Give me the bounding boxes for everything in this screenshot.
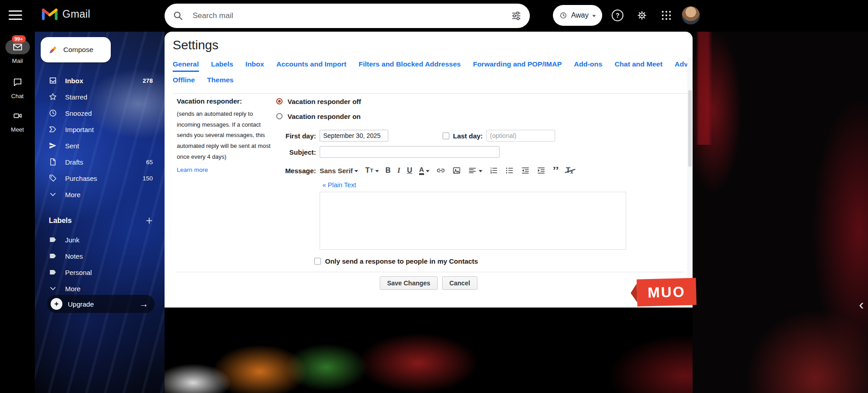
apps-grid-icon xyxy=(662,11,671,20)
label-item-text: Junk xyxy=(65,236,80,244)
status-selector[interactable]: Away xyxy=(553,5,602,26)
desktop-wallpaper-right xyxy=(693,32,868,393)
sidebar-item-important[interactable]: Important xyxy=(35,121,165,137)
font-size-button[interactable]: TT xyxy=(365,166,379,175)
tab-accounts-and-import[interactable]: Accounts and Import xyxy=(276,60,346,72)
page-title: Settings xyxy=(173,38,693,52)
align-button[interactable] xyxy=(468,166,482,175)
sidebar-item-purchases[interactable]: Purchases 150 xyxy=(35,170,165,186)
tab-filters-and-blocked-addresses[interactable]: Filters and Blocked Addresses xyxy=(359,60,461,72)
learn-more-link[interactable]: Learn more xyxy=(177,166,208,173)
tab-chat-and-meet[interactable]: Chat and Meet xyxy=(614,60,662,72)
font-family-select[interactable]: Sans Serif xyxy=(320,167,359,175)
subject-label: Subject: xyxy=(276,148,316,156)
panel-scrollbar[interactable] xyxy=(687,57,693,308)
app-rail: 99+ Mail Chat Meet xyxy=(0,32,35,393)
contacts-only-option[interactable]: Only send a response to people in my Con… xyxy=(314,257,687,265)
italic-button[interactable]: I xyxy=(397,166,400,175)
sidebar-item-snoozed[interactable]: Snoozed xyxy=(35,105,165,121)
upgrade-button[interactable]: Upgrade → xyxy=(47,295,155,313)
label-item-personal[interactable]: Personal xyxy=(35,264,165,280)
tab-add-ons[interactable]: Add-ons xyxy=(574,60,603,72)
indent-more-button[interactable] xyxy=(537,166,546,175)
help-icon: ? xyxy=(612,9,623,21)
plain-text-link[interactable]: « Plain Text xyxy=(322,181,687,189)
mail-unread-badge: 99+ xyxy=(12,35,26,43)
settings-panel: Settings General Labels Inbox Accounts a… xyxy=(165,32,693,308)
formatting-toolbar: Sans Serif TT B I U A xyxy=(320,164,573,175)
rail-item-mail[interactable]: 99+ Mail xyxy=(0,40,35,64)
tab-labels[interactable]: Labels xyxy=(211,60,233,72)
main-menu-icon[interactable] xyxy=(9,10,22,20)
label-item-text: Notes xyxy=(65,252,83,260)
chevron-down-icon xyxy=(48,284,57,293)
underline-button[interactable]: U xyxy=(407,166,412,175)
settings-gear-button[interactable] xyxy=(633,6,651,24)
quote-button[interactable]: ” xyxy=(552,167,559,174)
label-item-junk[interactable]: Junk xyxy=(35,232,165,248)
remove-formatting-button[interactable]: Tx xyxy=(566,166,573,175)
subject-input[interactable] xyxy=(320,146,500,158)
vacation-responder-section: Vacation responder: (sends an automated … xyxy=(165,94,693,265)
numbered-list-button[interactable] xyxy=(489,166,498,175)
rail-item-chat[interactable]: Chat xyxy=(0,75,35,99)
scrollbar-thumb[interactable] xyxy=(688,90,692,167)
search-options-icon[interactable] xyxy=(511,10,522,21)
draft-file-icon xyxy=(48,157,57,166)
profile-avatar[interactable] xyxy=(682,6,700,24)
chevron-down-icon xyxy=(48,190,57,199)
last-day-checkbox[interactable] xyxy=(443,133,449,139)
sidebar-item-drafts[interactable]: Drafts 65 xyxy=(35,154,165,170)
save-changes-button[interactable]: Save Changes xyxy=(380,276,438,290)
chevron-down-icon xyxy=(592,15,596,19)
tab-general[interactable]: General xyxy=(173,60,199,72)
search-icon[interactable] xyxy=(173,10,184,21)
compose-button[interactable]: Compose xyxy=(41,37,111,62)
add-label-button[interactable] xyxy=(145,216,154,225)
upgrade-icon xyxy=(51,298,62,310)
radio-selected-icon xyxy=(276,98,283,104)
text-color-button[interactable]: A xyxy=(419,166,429,175)
carousel-prev-icon[interactable]: ‹ xyxy=(859,296,864,313)
insert-link-button[interactable] xyxy=(436,166,445,175)
bulleted-list-button[interactable] xyxy=(505,166,514,175)
tab-themes[interactable]: Themes xyxy=(207,76,234,86)
sidebar-item-label: Snoozed xyxy=(65,109,92,117)
search-bar[interactable] xyxy=(165,4,530,28)
upgrade-label: Upgrade xyxy=(68,300,94,308)
label-tag-icon xyxy=(48,235,57,244)
muo-watermark: MUO xyxy=(637,278,697,306)
sidebar-item-sent[interactable]: Sent xyxy=(35,137,165,154)
vacation-responder-off-option[interactable]: Vacation responder off xyxy=(276,96,687,107)
message-label: Message: xyxy=(276,164,316,175)
message-body-input[interactable] xyxy=(320,192,626,250)
label-item-more[interactable]: More xyxy=(35,280,165,297)
indent-less-button[interactable] xyxy=(521,166,530,175)
vacation-responder-on-option[interactable]: Vacation responder on xyxy=(276,111,687,122)
sidebar-item-inbox[interactable]: Inbox 278 xyxy=(35,72,165,89)
vacation-section-label: Vacation responder: xyxy=(177,97,276,105)
google-apps-button[interactable] xyxy=(657,6,675,24)
label-item-notes[interactable]: Notes xyxy=(35,248,165,264)
first-day-input[interactable] xyxy=(320,130,388,142)
sidebar-item-count: 278 xyxy=(142,77,153,84)
meet-camera-icon xyxy=(12,111,23,120)
sidebar-item-starred[interactable]: Starred xyxy=(35,89,165,105)
help-button[interactable]: ? xyxy=(609,6,627,24)
contacts-only-checkbox[interactable] xyxy=(314,258,321,265)
sidebar-item-more[interactable]: More xyxy=(35,186,165,203)
compose-label: Compose xyxy=(63,46,93,54)
last-day-input[interactable] xyxy=(486,130,555,142)
search-input[interactable] xyxy=(192,11,511,21)
label-tag-icon xyxy=(48,268,57,277)
tab-offline[interactable]: Offline xyxy=(173,76,195,86)
bold-button[interactable]: B xyxy=(386,166,391,175)
last-day-group: Last day: xyxy=(443,130,555,142)
cancel-button[interactable]: Cancel xyxy=(442,276,477,290)
tab-forwarding-and-pop-imap[interactable]: Forwarding and POP/IMAP xyxy=(473,60,561,72)
insert-image-button[interactable] xyxy=(452,166,461,175)
tab-inbox[interactable]: Inbox xyxy=(245,60,264,72)
chat-pill xyxy=(5,75,30,90)
rail-item-meet[interactable]: Meet xyxy=(0,109,35,133)
away-status-icon xyxy=(559,11,567,19)
